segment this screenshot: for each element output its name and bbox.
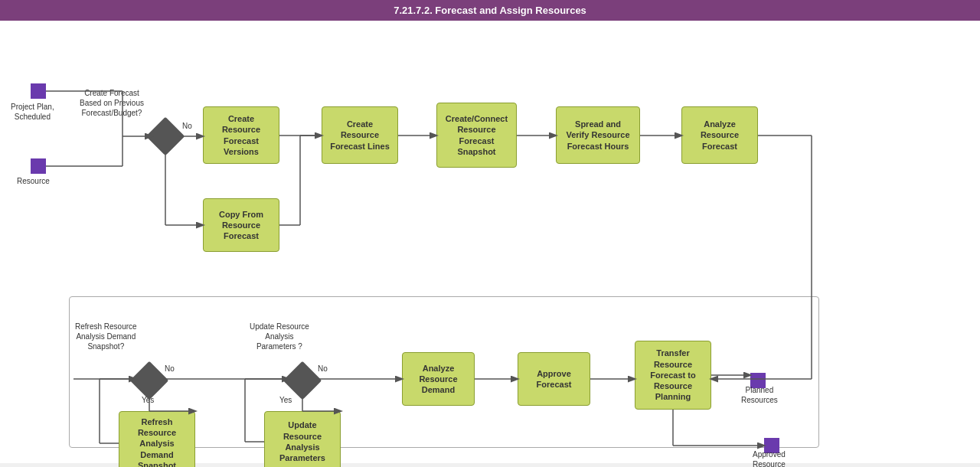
title-bar: 7.21.7.2. Forecast and Assign Resources <box>0 0 980 21</box>
refresh-snapshot-box[interactable]: RefreshResourceAnalysisDemandSnapshot <box>119 411 195 467</box>
resource-marker <box>31 158 46 174</box>
diamond1 <box>146 117 185 156</box>
no-label2: No <box>165 364 175 374</box>
page-title: 7.21.7.2. Forecast and Assign Resources <box>394 5 586 16</box>
no-label3: No <box>318 364 328 374</box>
update-q-label: Update ResourceAnalysisParameters ? <box>250 322 309 351</box>
create-versions-box[interactable]: Create ResourceForecastVersions <box>203 106 279 164</box>
analyze-demand-box[interactable]: AnalyzeResourceDemand <box>402 352 475 406</box>
create-forecast-q-label: Create ForecastBased on PreviousForecast… <box>80 88 144 118</box>
planned-resources-label: PlannedResources <box>741 385 778 405</box>
yes-label2: Yes <box>279 395 292 405</box>
resource-label: Resource <box>17 176 50 186</box>
analyze-forecast-box[interactable]: AnalyzeResourceForecast <box>681 106 758 164</box>
create-snapshot-box[interactable]: Create/ConnectResourceForecastSnapshot <box>436 103 517 168</box>
project-plan-marker <box>31 83 46 99</box>
create-lines-box[interactable]: Create ResourceForecast Lines <box>322 106 398 164</box>
copy-from-box[interactable]: Copy FromResourceForecast <box>203 198 279 252</box>
no-label1: No <box>182 121 192 131</box>
transfer-forecast-box[interactable]: TransferResourceForecast toResourcePlann… <box>635 341 711 410</box>
spread-verify-box[interactable]: Spread andVerify ResourceForecast Hours <box>556 106 640 164</box>
canvas: Create ResourceForecastVersions Create R… <box>0 21 980 463</box>
update-params-box[interactable]: UpdateResourceAnalysisParameters <box>264 411 341 467</box>
approved-forecast-label: ApprovedResourceForecast <box>753 449 786 467</box>
refresh-q-label: Refresh ResourceAnalysis DemandSnapshot? <box>75 322 137 351</box>
yes-label1: Yes <box>142 395 154 405</box>
project-plan-label: Project Plan,Scheduled <box>11 102 54 122</box>
approve-forecast-box[interactable]: ApproveForecast <box>518 352 590 406</box>
